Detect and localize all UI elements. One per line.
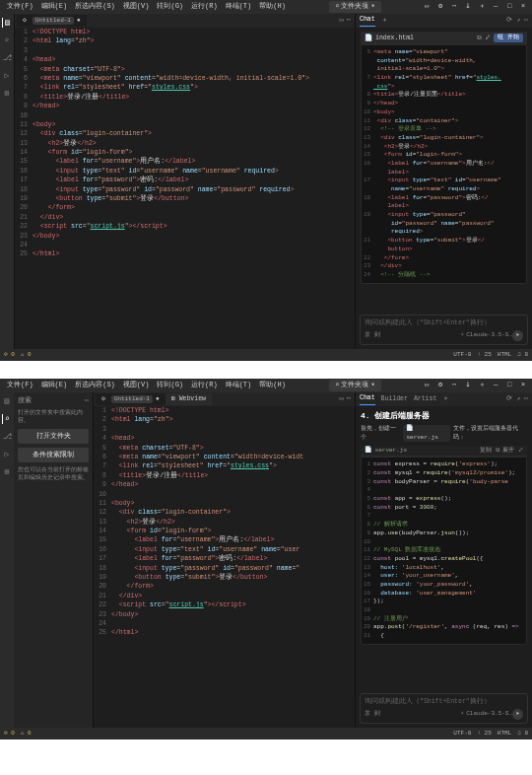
menu-item[interactable]: 转到(G) bbox=[154, 380, 186, 391]
minimize-button[interactable]: — bbox=[491, 2, 500, 12]
apply-button[interactable]: 组 开始 bbox=[494, 34, 523, 42]
status-item[interactable]: HTML bbox=[498, 730, 511, 738]
more-icon[interactable]: ⋯ bbox=[449, 381, 459, 390]
chat-tab[interactable]: Builder bbox=[381, 394, 408, 403]
line-number: 7 bbox=[364, 512, 373, 521]
search-icon[interactable]: ⌕ bbox=[2, 35, 12, 45]
status-item[interactable]: ↑ 25 bbox=[477, 351, 491, 359]
status-item[interactable]: UTF-8 bbox=[453, 730, 471, 738]
command-center[interactable]: ⌕文件夹项▾ bbox=[329, 1, 380, 13]
popout-icon[interactable]: ↗ bbox=[516, 394, 520, 403]
files-icon[interactable]: ▤ bbox=[2, 18, 12, 28]
more-icon[interactable]: ⋯ bbox=[449, 2, 459, 12]
new-icon[interactable]: ＋ bbox=[477, 381, 487, 390]
more-icon[interactable]: ⋯ bbox=[85, 396, 89, 405]
editor-tab-webview[interactable]: ⊞ Webview bbox=[166, 393, 212, 405]
scm-icon[interactable]: ⎇ bbox=[2, 53, 12, 63]
layout-icon[interactable]: ▭ bbox=[422, 2, 432, 12]
layout-icon[interactable]: ▭ bbox=[422, 381, 432, 390]
new-icon[interactable]: ＋ bbox=[477, 2, 487, 12]
more-icon[interactable]: ⋯ bbox=[524, 16, 528, 25]
menu-item[interactable]: 运行(R) bbox=[188, 1, 221, 13]
command-center[interactable]: ⌕文件夹项▾ bbox=[329, 380, 380, 391]
plus-icon[interactable]: ＋ bbox=[381, 16, 388, 25]
menu-item[interactable]: 运行(R) bbox=[188, 380, 221, 391]
refresh-icon[interactable]: ⟳ bbox=[506, 16, 512, 25]
toggle-search-button[interactable]: 条件搜索限制 bbox=[18, 448, 89, 462]
menu-item[interactable]: 转到(G) bbox=[154, 1, 186, 13]
minimize-button[interactable]: — bbox=[491, 381, 500, 390]
menu-item[interactable]: 所选内容(S) bbox=[72, 1, 118, 13]
line-number: 14 bbox=[364, 572, 373, 581]
debug-icon[interactable]: ▷ bbox=[2, 450, 12, 459]
menu-item[interactable]: 编辑(E) bbox=[38, 1, 71, 13]
editor-tab[interactable]: ◇Untitled-1● bbox=[96, 393, 166, 405]
download-icon[interactable]: ⤓ bbox=[463, 381, 473, 390]
popout-icon[interactable]: ↗ bbox=[516, 16, 520, 25]
menu-item[interactable]: 终端(T) bbox=[223, 1, 255, 13]
split-icon[interactable]: ▭ bbox=[340, 16, 344, 26]
code-line: </form> bbox=[373, 254, 524, 263]
chat-tab[interactable]: Chat bbox=[360, 15, 375, 26]
download-icon[interactable]: ⤓ bbox=[463, 2, 473, 12]
status-item[interactable]: ♫ 8 bbox=[517, 351, 528, 359]
chat-input[interactable]: 询问或构建此人（"Shift+Enter"换行）发 到⚡Claude-3.5-S… bbox=[360, 315, 528, 345]
model-selector[interactable]: ⚡Claude-3.5-S… bbox=[461, 331, 512, 339]
line-number: 14 bbox=[94, 527, 106, 535]
expand-icon[interactable]: ⤢ bbox=[485, 34, 491, 42]
title-bar-actions: ▭⚙⋯⤓＋—□× bbox=[422, 2, 528, 12]
code-block-actions[interactable]: 复制 ⧉ 展开 ⤢ bbox=[480, 447, 523, 455]
close-button[interactable]: × bbox=[518, 2, 528, 12]
status-item[interactable]: UTF-8 bbox=[453, 351, 471, 359]
search-icon[interactable]: ⌕ bbox=[2, 414, 12, 424]
chat-input[interactable]: 询问或构建此人（"Shift+Enter"换行）发 到⚡Claude-3.5-S… bbox=[360, 693, 528, 724]
menu-item[interactable]: 终端(T) bbox=[223, 380, 255, 391]
settings-icon[interactable]: ⚙ bbox=[435, 381, 445, 390]
open-folder-button[interactable]: 打开文件夹 bbox=[18, 429, 89, 444]
code-editor[interactable]: 1234567891011121314151617181920212223242… bbox=[94, 406, 355, 728]
status-errors[interactable]: ⊘ 0 bbox=[4, 730, 15, 738]
status-warnings[interactable]: ⚠ 0 bbox=[21, 351, 32, 359]
model-selector[interactable]: ⚡Claude-3.5-S… bbox=[461, 710, 512, 718]
more-icon[interactable]: ⋯ bbox=[347, 394, 351, 404]
menu-item[interactable]: 视图(V) bbox=[120, 1, 153, 13]
menu-item[interactable]: 所选内容(S) bbox=[72, 380, 118, 391]
menu-item[interactable]: 编辑(E) bbox=[38, 380, 71, 391]
extensions-icon[interactable]: ⊞ bbox=[2, 467, 12, 477]
close-button[interactable]: × bbox=[518, 381, 528, 390]
send-button[interactable]: ➤ bbox=[512, 709, 523, 720]
editor-tab[interactable]: ◇Untitled-1● bbox=[17, 15, 87, 27]
line-number: 23 bbox=[15, 232, 28, 241]
split-icon[interactable]: ▭ bbox=[340, 394, 344, 404]
chat-tab[interactable]: Chat bbox=[360, 393, 375, 404]
more-icon[interactable]: ⋯ bbox=[347, 16, 351, 26]
maximize-button[interactable]: □ bbox=[504, 2, 514, 12]
copy-icon[interactable]: ⧉ bbox=[477, 34, 482, 42]
status-errors[interactable]: ⊘ 0 bbox=[4, 351, 15, 359]
code-line: <!-- 登录表单 --> bbox=[373, 125, 524, 134]
code-lines: <!DOCTYPE html><html lang="zh"><head> <m… bbox=[109, 406, 355, 728]
menu-item[interactable]: 文件(F) bbox=[4, 380, 36, 391]
status-item[interactable]: ♫ 8 bbox=[517, 730, 528, 738]
plus-icon[interactable]: ＋ bbox=[442, 394, 449, 403]
scm-icon[interactable]: ⎇ bbox=[2, 432, 12, 442]
send-button[interactable]: ➤ bbox=[512, 330, 523, 341]
menu-item[interactable]: 帮助(H) bbox=[256, 380, 289, 391]
settings-icon[interactable]: ⚙ bbox=[435, 2, 445, 12]
debug-icon[interactable]: ▷ bbox=[2, 71, 12, 81]
code-line: database: 'user_management' bbox=[373, 590, 524, 599]
status-item[interactable]: ↑ 25 bbox=[477, 730, 491, 738]
refresh-icon[interactable]: ⟳ bbox=[506, 394, 512, 403]
chat-tab[interactable]: Artist bbox=[414, 394, 436, 403]
extensions-icon[interactable]: ⊞ bbox=[2, 89, 12, 99]
more-icon[interactable]: ⋯ bbox=[524, 394, 528, 403]
menu-item[interactable]: 文件(F) bbox=[4, 1, 36, 13]
status-item[interactable]: HTML bbox=[498, 351, 511, 359]
status-warnings[interactable]: ⚠ 0 bbox=[21, 730, 32, 738]
code-editor[interactable]: 1234567891011121314151617181920212223242… bbox=[15, 28, 355, 349]
menu-item[interactable]: 视图(V) bbox=[120, 380, 153, 391]
maximize-button[interactable]: □ bbox=[504, 381, 514, 390]
files-icon[interactable]: ▤ bbox=[2, 396, 12, 406]
menu-item[interactable]: 帮助(H) bbox=[256, 1, 289, 13]
line-number: 17 bbox=[364, 598, 373, 606]
